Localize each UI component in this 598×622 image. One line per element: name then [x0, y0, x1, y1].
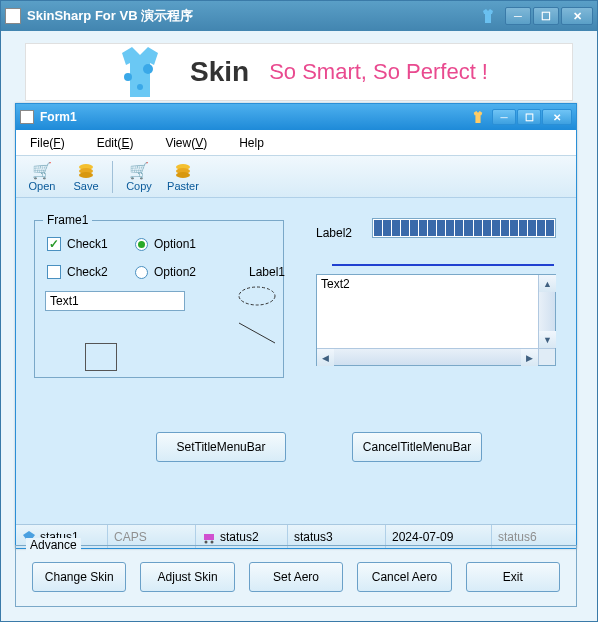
svg-point-8	[176, 172, 190, 178]
banner-slogan: So Smart, So Perfect !	[269, 59, 488, 85]
menu-view[interactable]: View(V)	[159, 134, 213, 152]
check2-checkbox[interactable]	[47, 265, 61, 279]
scroll-left-icon[interactable]: ◀	[317, 349, 334, 366]
adjust-skin-button[interactable]: Adjust Skin	[140, 562, 234, 592]
advance-groupbox: Advance Change Skin Adjust Skin Set Aero…	[15, 545, 577, 607]
form1-titlebar[interactable]: Form1 ─ ☐ ✕	[16, 104, 576, 130]
cart-icon: 🛒	[33, 161, 51, 179]
toolbar-open-button[interactable]: 🛒 Open	[22, 158, 62, 196]
banner-brand: Skin	[190, 56, 249, 88]
cart-icon: 🛒	[130, 161, 148, 179]
app-icon	[5, 8, 21, 24]
option1-label: Option1	[154, 237, 196, 251]
svg-point-9	[239, 287, 275, 305]
minimize-button[interactable]: ─	[505, 7, 531, 25]
toolbar: 🛒 Open Save 🛒 Copy	[16, 156, 576, 198]
scroll-right-icon[interactable]: ▶	[521, 349, 538, 366]
svg-point-12	[205, 540, 208, 543]
toolbar-copy-label: Copy	[126, 180, 152, 192]
set-title-label: SetTitleMenuBar	[177, 440, 266, 454]
cancel-aero-button[interactable]: Cancel Aero	[357, 562, 451, 592]
status6-label: status6	[498, 530, 537, 544]
set-aero-button[interactable]: Set Aero	[249, 562, 343, 592]
advance-legend: Advance	[26, 538, 81, 552]
form1-maximize-button[interactable]: ☐	[517, 109, 541, 125]
exit-label: Exit	[503, 570, 523, 584]
form1-window: Form1 ─ ☐ ✕ File(F) Edit(E) View(V) Help…	[15, 103, 577, 549]
cancel-title-label: CancelTitleMenuBar	[363, 440, 471, 454]
status-caps: CAPS	[114, 530, 147, 544]
cart-icon	[202, 530, 216, 544]
set-aero-label: Set Aero	[273, 570, 319, 584]
toolbar-separator	[112, 161, 113, 193]
scroll-down-icon[interactable]: ▼	[539, 331, 556, 348]
set-title-menubar-button[interactable]: SetTitleMenuBar	[156, 432, 286, 462]
menubar: File(F) Edit(E) View(V) Help	[16, 130, 576, 156]
outer-body: Skin So Smart, So Perfect ! Form1 ─ ☐ ✕ …	[1, 31, 597, 621]
svg-point-0	[124, 73, 132, 81]
toolbar-copy-button[interactable]: 🛒 Copy	[119, 158, 159, 196]
text1-input[interactable]	[45, 291, 185, 311]
menu-help[interactable]: Help	[233, 134, 270, 152]
svg-point-2	[137, 84, 143, 90]
progress-bar	[372, 218, 556, 238]
toolbar-save-label: Save	[73, 180, 98, 192]
adjust-skin-label: Adjust Skin	[158, 570, 218, 584]
vertical-scrollbar[interactable]: ▲ ▼	[538, 275, 555, 348]
option2-radio[interactable]	[135, 266, 148, 279]
shape-oval	[237, 285, 277, 307]
horizontal-rule	[332, 264, 554, 266]
banner: Skin So Smart, So Perfect !	[25, 43, 573, 101]
form1-close-button[interactable]: ✕	[542, 109, 572, 125]
svg-rect-11	[204, 534, 214, 540]
coins-icon	[77, 161, 95, 179]
status3-label: status3	[294, 530, 333, 544]
text2-textarea[interactable]: Text2 ▲ ▼ ◀ ▶	[316, 274, 556, 366]
svg-line-10	[239, 323, 275, 343]
outer-titlebar[interactable]: SkinSharp For VB 演示程序 ─ ☐ ✕	[1, 1, 597, 31]
svg-point-1	[143, 64, 153, 74]
form1-title: Form1	[40, 110, 470, 124]
cancel-title-menubar-button[interactable]: CancelTitleMenuBar	[352, 432, 482, 462]
shape-rectangle	[85, 343, 117, 371]
frame1-groupbox: Frame1 Check1 Check2 Option1	[34, 220, 284, 378]
status2-label: status2	[220, 530, 259, 544]
label1: Label1	[249, 265, 285, 279]
text2-content[interactable]: Text2	[317, 275, 538, 348]
form1-minimize-button[interactable]: ─	[492, 109, 516, 125]
cancel-aero-label: Cancel Aero	[372, 570, 437, 584]
tshirt-icon	[470, 109, 486, 125]
toolbar-paster-label: Paster	[167, 180, 199, 192]
shape-line	[237, 321, 277, 345]
form1-client: Frame1 Check1 Check2 Option1	[16, 198, 576, 548]
coins-icon	[174, 161, 192, 179]
scroll-up-icon[interactable]: ▲	[539, 275, 556, 292]
option1-radio[interactable]	[135, 238, 148, 251]
frame1-legend: Frame1	[43, 213, 92, 227]
outer-window-controls: ─ ☐ ✕	[505, 7, 593, 25]
form-icon	[20, 110, 34, 124]
tshirt-icon	[479, 7, 497, 25]
check1-checkbox[interactable]	[47, 237, 61, 251]
label2: Label2	[316, 226, 352, 240]
horizontal-scrollbar[interactable]: ◀ ▶	[317, 348, 538, 365]
svg-point-5	[79, 172, 93, 178]
form1-window-controls: ─ ☐ ✕	[492, 109, 572, 125]
svg-point-13	[211, 540, 214, 543]
toolbar-open-label: Open	[29, 180, 56, 192]
close-button[interactable]: ✕	[561, 7, 593, 25]
outer-window: SkinSharp For VB 演示程序 ─ ☐ ✕ Skin So Smar…	[0, 0, 598, 622]
toolbar-paster-button[interactable]: Paster	[163, 158, 203, 196]
exit-button[interactable]: Exit	[466, 562, 560, 592]
change-skin-button[interactable]: Change Skin	[32, 562, 126, 592]
maximize-button[interactable]: ☐	[533, 7, 559, 25]
check2-label: Check2	[67, 265, 108, 279]
change-skin-label: Change Skin	[45, 570, 114, 584]
outer-title: SkinSharp For VB 演示程序	[27, 7, 479, 25]
menu-edit[interactable]: Edit(E)	[91, 134, 140, 152]
status-date: 2024-07-09	[392, 530, 453, 544]
menu-file[interactable]: File(F)	[24, 134, 71, 152]
scroll-corner	[538, 348, 555, 365]
toolbar-save-button[interactable]: Save	[66, 158, 106, 196]
check1-label: Check1	[67, 237, 108, 251]
